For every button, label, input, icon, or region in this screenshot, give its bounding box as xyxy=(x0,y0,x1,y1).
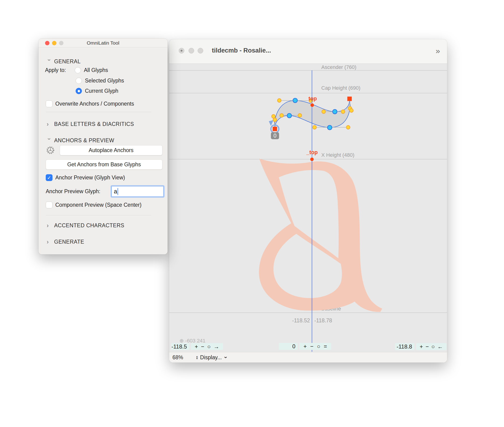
glyph-canvas[interactable]: Ascender (760) Cap Height (690) X Height… xyxy=(169,63,447,352)
node-index-badge: 0 xyxy=(271,132,279,139)
measure-right-value: -118.78 xyxy=(314,317,332,324)
anchor-top-label[interactable]: top xyxy=(308,96,317,102)
apply-to-row: Apply to: All Glyphs xyxy=(38,67,168,73)
circle-icon[interactable]: ○ xyxy=(317,343,320,350)
offcurve-point[interactable] xyxy=(346,125,350,129)
chevron-down-icon[interactable]: › xyxy=(46,59,53,64)
overwrite-anchors-checkbox[interactable] xyxy=(46,100,52,107)
anchor-preview-checkbox[interactable]: ✓ xyxy=(46,174,52,181)
left-sidebearing-controls[interactable]: + − ○ → xyxy=(191,343,223,350)
apply-to-row: Current Glyph xyxy=(38,88,168,94)
glyph-editor-window: tildecmb - Rosalie... » Ascender (760) C… xyxy=(169,39,447,363)
stepper-down-icon[interactable]: ▾ xyxy=(196,357,198,359)
section-accented-characters[interactable]: › ACCENTED CHARACTERS xyxy=(38,222,168,229)
offcurve-point[interactable] xyxy=(298,114,302,117)
radio-selected-glyphs[interactable] xyxy=(76,77,82,84)
plus-icon[interactable]: + xyxy=(420,343,423,350)
smooth-node-point[interactable] xyxy=(333,110,337,114)
zoom-stepper[interactable]: ▴ ▾ xyxy=(196,355,198,359)
omnilatin-tool-panel: OmniLatin Tool › GENERAL Apply to: All G… xyxy=(38,38,168,254)
plus-icon[interactable]: + xyxy=(195,343,198,350)
right-sidebearing-controls[interactable]: + − ○ ← xyxy=(416,343,447,350)
smooth-node-point[interactable] xyxy=(287,114,292,118)
zoom-button[interactable] xyxy=(198,48,203,53)
width-field[interactable]: 0 xyxy=(279,343,298,350)
get-anchors-button[interactable]: Get Anchors from Base Glyphs xyxy=(46,160,163,170)
radio-all-glyphs[interactable] xyxy=(75,67,81,73)
anchor-undertop-label[interactable]: _top xyxy=(306,149,318,156)
offcurve-point[interactable] xyxy=(322,110,326,114)
editor-statusbar: 68% ▴ ▾ Display... › xyxy=(169,352,447,363)
anchor-top-point[interactable] xyxy=(311,103,314,107)
component-preview-checkbox[interactable] xyxy=(46,202,52,208)
measure-left-value: -118.52 xyxy=(292,317,308,324)
minimize-button[interactable] xyxy=(189,48,194,53)
preview-glyph-a xyxy=(259,159,382,312)
toolbar-overflow-icon[interactable]: » xyxy=(436,46,440,55)
smooth-node-point[interactable] xyxy=(293,98,297,103)
window-titlebar[interactable]: tildecmb - Rosalie... » xyxy=(169,39,447,63)
offcurve-point[interactable] xyxy=(313,125,316,129)
section-generate[interactable]: › GENERATE xyxy=(38,238,168,245)
chevron-right-icon[interactable]: › xyxy=(47,238,52,245)
chevron-right-icon[interactable]: › xyxy=(47,222,52,229)
panel-titlebar[interactable]: OmniLatin Tool xyxy=(38,38,168,47)
section-general[interactable]: › GENERAL xyxy=(38,58,168,65)
offcurve-point[interactable] xyxy=(341,110,345,114)
chevron-down-icon[interactable]: › xyxy=(46,138,53,143)
minus-icon[interactable]: − xyxy=(426,343,429,350)
chevron-right-icon[interactable]: › xyxy=(47,121,52,128)
offcurve-point[interactable] xyxy=(280,114,283,117)
overwrite-row: Overwrite Anchors / Components xyxy=(38,100,168,107)
smooth-node-point[interactable] xyxy=(328,125,332,130)
offcurve-point[interactable] xyxy=(273,118,277,122)
component-preview-row: Component Preview (Space Center) xyxy=(38,202,168,208)
arrow-left-icon[interactable]: ← xyxy=(437,343,443,350)
display-menu[interactable]: Display... › xyxy=(200,354,227,361)
equals-icon[interactable]: = xyxy=(324,343,327,350)
anchor-undertop-point[interactable] xyxy=(310,158,314,161)
corner-node-point[interactable] xyxy=(348,97,352,101)
minus-icon[interactable]: − xyxy=(310,343,313,350)
plus-icon[interactable]: + xyxy=(303,343,307,350)
arrow-right-icon[interactable]: → xyxy=(214,343,219,350)
section-anchors-preview[interactable]: › ANCHORS & PREVIEW xyxy=(38,137,168,144)
offcurve-point[interactable] xyxy=(272,114,275,118)
left-sidebearing-field[interactable]: -118.5 xyxy=(171,343,189,350)
text-caret xyxy=(118,188,118,195)
measurement-guide-line[interactable] xyxy=(312,70,312,352)
divider xyxy=(46,112,151,112)
anchor-preview-glyph-field[interactable]: a xyxy=(111,186,163,197)
radio-current-glyph[interactable] xyxy=(76,88,82,94)
glyph-outline-svg[interactable] xyxy=(169,64,447,352)
anchor-preview-row: ✓ Anchor Preview (Glyph View) xyxy=(38,174,168,181)
window-title: tildecmb - Rosalie... xyxy=(212,47,271,54)
gear-icon[interactable] xyxy=(46,146,55,154)
autoplace-anchors-button[interactable]: Autoplace Anchors xyxy=(60,145,163,155)
width-controls[interactable]: + − ○ = xyxy=(299,343,331,350)
circle-icon[interactable]: ○ xyxy=(207,343,211,350)
crosshair-icon: ⊕ xyxy=(179,338,184,343)
corner-node-point[interactable] xyxy=(273,127,277,131)
section-base-letters[interactable]: › BASE LETTERS & DIACRITICS xyxy=(38,121,168,128)
right-sidebearing-field[interactable]: -118.8 xyxy=(395,343,415,350)
circle-icon[interactable]: ○ xyxy=(431,343,435,350)
apply-to-row: Selected Glyphs xyxy=(38,77,168,84)
close-button[interactable] xyxy=(179,48,184,53)
chevron-down-icon: › xyxy=(222,357,229,358)
unsaved-dot xyxy=(181,50,182,52)
offcurve-point[interactable] xyxy=(277,99,281,102)
minus-icon[interactable]: − xyxy=(201,343,204,350)
panel-title: OmniLatin Tool xyxy=(38,40,168,46)
offcurve-point[interactable] xyxy=(349,109,353,112)
divider xyxy=(46,215,151,215)
zoom-level[interactable]: 68% xyxy=(172,354,183,361)
